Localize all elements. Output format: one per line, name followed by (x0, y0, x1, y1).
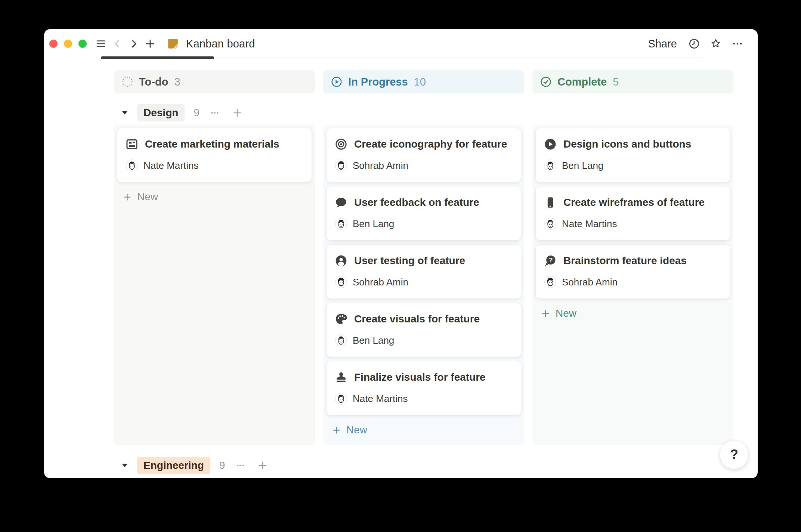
check-circle-icon (540, 76, 552, 88)
kanban-card[interactable]: Design icons and buttonsBen Lang (535, 128, 730, 182)
nav-back-button[interactable] (109, 35, 126, 52)
card-title: Create wireframes of feature (563, 197, 705, 208)
card-head: Finalize visuals for feature (334, 371, 513, 384)
group-pill-design[interactable]: Design (137, 104, 185, 121)
avatar-ben (335, 218, 347, 230)
group-toggle-button[interactable] (118, 106, 131, 119)
kanban-card[interactable]: ?Brainstorm feature ideasSohrab Amin (535, 244, 730, 299)
assignee-name: Sohrab Amin (353, 160, 408, 171)
notion-window: Kanban board Share To-do3In Progress10Co… (44, 29, 758, 478)
card-title: Create visuals for feature (354, 313, 480, 325)
nav-forward-button[interactable] (126, 35, 142, 52)
page-note-icon (167, 37, 179, 50)
triangle-down-icon (121, 461, 129, 470)
column-headers-row: To-do3In Progress10Complete5 (114, 70, 741, 93)
kanban-card[interactable]: Create visuals for featureBen Lang (326, 303, 521, 357)
palette-icon (334, 312, 348, 326)
column-header-todo[interactable]: To-do3 (114, 70, 315, 93)
new-card-button[interactable]: New (326, 419, 521, 441)
play-circle-icon (331, 76, 343, 88)
column-body-complete: Design icons and buttonsBen LangCreate w… (532, 125, 733, 445)
dashed-circle-icon (121, 76, 133, 88)
avatar-sohrab (335, 160, 347, 171)
toolbar: Kanban board Share (44, 29, 758, 58)
column-label: To-do (139, 76, 168, 88)
card-title: Create marketing materials (145, 138, 279, 150)
card-head: User feedback on feature (334, 196, 513, 209)
group-more-button[interactable] (208, 106, 222, 120)
assignee-name: Ben Lang (353, 218, 394, 230)
favorite-button[interactable] (708, 35, 724, 52)
triangle-down-icon (121, 109, 129, 117)
zoom-window-button[interactable] (78, 40, 87, 48)
kanban-card[interactable]: Create iconography for featureSohrab Ami… (326, 128, 521, 182)
help-button[interactable]: ? (720, 440, 749, 469)
group-toggle-button[interactable] (118, 459, 131, 472)
star-icon (710, 38, 722, 50)
card-head: Create marketing materials (125, 137, 304, 151)
avatar-nate (335, 393, 347, 405)
card-title: Finalize visuals for feature (354, 371, 486, 383)
stamp-icon (334, 371, 348, 384)
assignee-name: Nate Martins (353, 393, 408, 405)
kanban-card[interactable]: Create marketing materialsNate Martins (117, 128, 312, 182)
group-row-engineering: Engineering 9 (114, 458, 741, 473)
group-row-design: Design 9 (114, 101, 741, 125)
hamburger-icon (95, 38, 107, 50)
newspaper-icon (125, 137, 139, 151)
card-head: ?Brainstorm feature ideas (544, 254, 722, 267)
card-assignee: Ben Lang (544, 160, 722, 171)
column-header-in-progress[interactable]: In Progress10 (323, 70, 524, 93)
card-assignee: Nate Martins (544, 218, 722, 230)
group-add-button[interactable] (230, 106, 244, 120)
group-more-button[interactable] (233, 458, 247, 473)
card-head: Create visuals for feature (334, 312, 513, 326)
group-count: 9 (194, 107, 200, 119)
kanban-card[interactable]: Finalize visuals for featureNate Martins (326, 361, 521, 415)
group-pill-engineering[interactable]: Engineering (137, 457, 210, 474)
new-page-button[interactable] (142, 35, 158, 52)
person-circle-icon (334, 254, 348, 267)
share-button[interactable]: Share (644, 35, 681, 52)
assignee-name: Ben Lang (562, 160, 603, 171)
new-card-label: New (556, 307, 576, 319)
more-options-button[interactable] (729, 35, 746, 52)
card-head: Design icons and buttons (544, 137, 722, 151)
card-assignee: Sohrab Amin (334, 276, 513, 288)
card-title: User testing of feature (354, 255, 465, 267)
card-title: Design icons and buttons (563, 138, 691, 150)
card-title: User feedback on feature (354, 197, 479, 208)
plus-icon (232, 107, 243, 118)
kanban-card[interactable]: Create wireframes of featureNate Martins (535, 186, 730, 241)
assignee-name: Sohrab Amin (353, 276, 408, 288)
clock-icon (688, 38, 700, 50)
assignee-name: Nate Martins (143, 160, 198, 171)
column-header-complete[interactable]: Complete5 (532, 70, 733, 93)
sidebar-menu-button[interactable] (93, 35, 109, 52)
assignee-name: Sohrab Amin (562, 276, 618, 288)
page-title[interactable]: Kanban board (186, 38, 255, 50)
kanban-card[interactable]: User feedback on featureBen Lang (326, 186, 521, 241)
column-label: Complete (557, 76, 607, 88)
avatar-ben (335, 334, 347, 346)
plus-icon (257, 460, 268, 471)
minimize-window-button[interactable] (64, 40, 72, 48)
new-card-button[interactable]: New (535, 303, 730, 324)
card-assignee: Sohrab Amin (334, 160, 513, 171)
column-count: 3 (174, 76, 180, 88)
avatar-nate (126, 160, 138, 171)
group-add-button[interactable] (256, 458, 270, 473)
updates-button[interactable] (686, 35, 702, 52)
close-window-button[interactable] (49, 40, 58, 48)
phone-icon (544, 196, 557, 209)
avatar-sohrab (335, 276, 347, 288)
ellipsis-icon (235, 460, 246, 471)
kanban-card[interactable]: User testing of featureSohrab Amin (326, 244, 521, 299)
column-count: 10 (414, 76, 426, 88)
new-card-button[interactable]: New (117, 186, 312, 208)
plus-icon (144, 38, 156, 50)
assignee-name: Ben Lang (353, 335, 394, 346)
avatar-sohrab (544, 276, 556, 288)
plus-icon (541, 309, 551, 319)
ellipsis-icon (209, 107, 220, 118)
